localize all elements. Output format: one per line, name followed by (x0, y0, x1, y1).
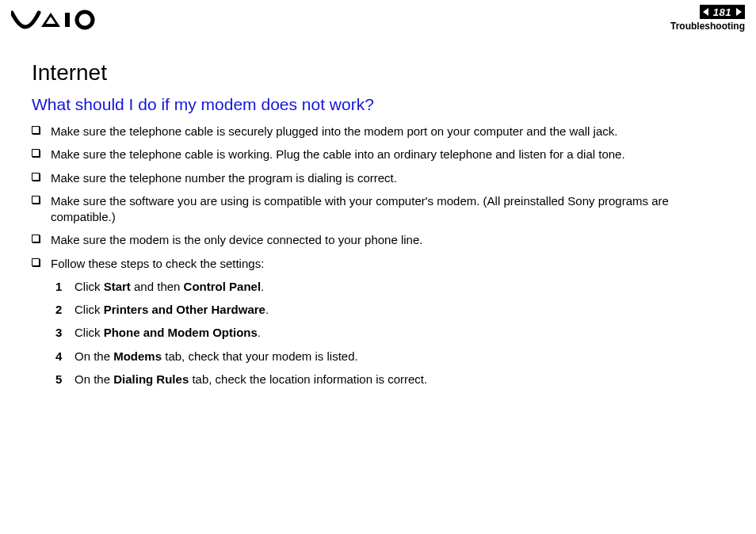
step-number: 1 (55, 279, 74, 295)
list-item: Make sure the telephone cable is working… (32, 147, 724, 162)
list-item: Make sure the modem is the only device c… (32, 232, 724, 248)
step-text: On the Dialing Rules tab, check the loca… (74, 372, 427, 387)
list-text: Make sure the modem is the only device c… (51, 232, 422, 248)
page-title: Internet (32, 60, 724, 86)
step-number: 3 (55, 325, 74, 341)
svg-rect-0 (65, 13, 70, 27)
step-item: 4 On the Modems tab, check that your mod… (55, 349, 724, 364)
step-number: 4 (55, 349, 74, 364)
list-item: Follow these steps to check the settings… (32, 256, 724, 272)
list-item: Make sure the software you are using is … (32, 193, 724, 226)
step-number: 5 (55, 372, 74, 387)
checkbox-icon (32, 126, 40, 134)
page-subtitle: What should I do if my modem does not wo… (32, 95, 724, 114)
step-item: 3 Click Phone and Modem Options. (55, 325, 724, 341)
step-item: 2 Click Printers and Other Hardware. (55, 302, 724, 318)
page-number: 181 (713, 6, 731, 18)
pager: 181 Troubleshooting (670, 5, 745, 32)
list-text: Follow these steps to check the settings… (51, 256, 264, 272)
list-text: Make sure the telephone cable is working… (51, 147, 625, 162)
page-indicator: 181 (700, 5, 745, 19)
vaio-logo (11, 10, 98, 30)
header: 181 Troubleshooting (0, 0, 756, 32)
list-item: Make sure the telephone cable is securel… (32, 124, 724, 139)
step-text: On the Modems tab, check that your modem… (74, 349, 358, 364)
page: 181 Troubleshooting Internet What should… (0, 0, 756, 534)
list-text: Make sure the telephone number the progr… (51, 170, 397, 186)
step-text: Click Phone and Modem Options. (74, 325, 261, 341)
checkbox-icon (32, 173, 40, 181)
checkbox-icon (32, 196, 40, 204)
step-item: 1 Click Start and then Control Panel. (55, 279, 724, 295)
list-text: Make sure the software you are using is … (51, 193, 724, 226)
vaio-logo-icon (11, 10, 98, 30)
step-text: Click Printers and Other Hardware. (74, 302, 269, 318)
steps-list: 1 Click Start and then Control Panel. 2 … (55, 279, 724, 387)
next-page-icon[interactable] (736, 8, 742, 16)
content: Internet What should I do if my modem do… (0, 32, 756, 387)
checkbox-icon (32, 149, 40, 157)
step-text: Click Start and then Control Panel. (74, 279, 264, 295)
prev-page-icon[interactable] (703, 8, 708, 16)
list-text: Make sure the telephone cable is securel… (51, 124, 617, 139)
step-item: 5 On the Dialing Rules tab, check the lo… (55, 372, 724, 387)
checkbox-icon (32, 258, 40, 266)
svg-point-1 (77, 12, 93, 28)
checkbox-icon (32, 235, 40, 242)
bullet-list: Make sure the telephone cable is securel… (32, 124, 724, 272)
section-label: Troubleshooting (670, 21, 745, 32)
list-item: Make sure the telephone number the progr… (32, 170, 724, 186)
step-number: 2 (55, 302, 74, 318)
